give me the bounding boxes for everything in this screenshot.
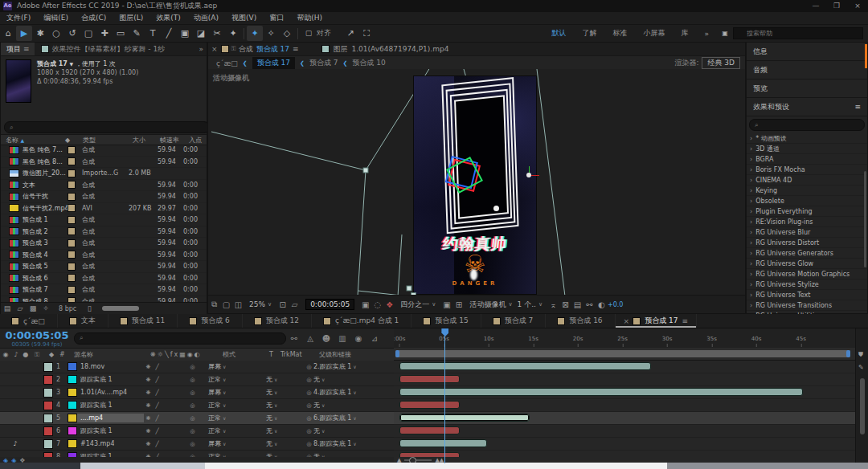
layer-name-cell[interactable]: 跟踪实底 1 xyxy=(68,426,144,435)
tool-icon[interactable]: ▭ xyxy=(113,26,129,41)
align-checkbox[interactable]: ▢ xyxy=(301,26,317,41)
menu-item[interactable]: 窗口 xyxy=(263,13,290,23)
trkmat-dropdown[interactable]: 无∨ xyxy=(266,426,305,435)
item-label-swatch[interactable] xyxy=(68,181,76,189)
tool-icon[interactable]: ○ xyxy=(48,26,64,41)
column-name[interactable]: 名称 ▲ xyxy=(1,136,65,145)
collapse-switch[interactable]: ❋ xyxy=(144,389,153,396)
target-region-icon[interactable]: ▣ xyxy=(440,300,452,309)
quality-switch[interactable]: ╱ xyxy=(153,377,162,383)
playhead[interactable] xyxy=(444,328,445,463)
source-name-column[interactable]: 源名称 xyxy=(74,350,150,359)
tool-icon[interactable]: ▶ xyxy=(16,26,32,41)
item-label-swatch[interactable] xyxy=(68,251,76,259)
layer-row[interactable]: ♪ 2 跟踪实底 1 ❋ ╱ ◎ xyxy=(0,373,394,386)
project-item-row[interactable]: 黑色 纯色 7... 合成 59.94 0:00 xyxy=(1,145,207,157)
tool-icon[interactable]: ✚ xyxy=(96,26,113,41)
layer-row[interactable]: ♪ 5 ....mp4 ❋ ╱ ◎ xyxy=(0,412,394,425)
layer-row[interactable]: ♪ 8 跟踪实底 1 ❋ ╱ ◎ xyxy=(0,451,394,457)
timeline-comp-tab[interactable]: ç´æ□.mp4 合成 1 xyxy=(312,314,411,328)
audio-icon[interactable]: ♪ xyxy=(11,376,19,383)
timeline-search-input[interactable]: ⌕ xyxy=(74,332,286,345)
mirror-viewer-icon[interactable]: ◫ xyxy=(232,300,244,309)
frame-blend-icon[interactable]: ▥ xyxy=(334,334,350,343)
layer-label-swatch[interactable] xyxy=(43,388,53,398)
layer-label-swatch[interactable] xyxy=(43,439,53,449)
new-folder-icon[interactable]: ▱ xyxy=(14,304,27,312)
effects-category-row[interactable]: CINEMA 4D xyxy=(747,175,867,186)
collapse-switch[interactable]: ❋ xyxy=(144,415,153,422)
minimize-button[interactable]: — xyxy=(805,0,826,12)
menu-item[interactable]: 文件(F) xyxy=(0,13,37,23)
quality-switch[interactable]: ╱ xyxy=(153,428,162,434)
pickwhip-icon[interactable]: ◎ xyxy=(305,402,313,409)
layer-label-swatch[interactable] xyxy=(43,362,53,372)
motion-sketch-icon[interactable]: ⛶ xyxy=(358,26,375,41)
puppet-pin-icon[interactable]: ✧ xyxy=(263,26,279,41)
item-label-swatch[interactable] xyxy=(68,263,76,271)
effects-category-row[interactable]: RG Universe Transitions xyxy=(747,300,867,311)
layer-anchor-handle[interactable] xyxy=(493,206,499,211)
audio-icon[interactable]: ♪ xyxy=(11,414,19,422)
breadcrumb-item[interactable]: 预合成 10 xyxy=(352,58,385,68)
3d-switch[interactable]: ◎ xyxy=(188,389,197,396)
comp-marker-icon[interactable]: ✎ xyxy=(858,364,864,371)
project-item-row[interactable]: 微信图片_20... Importe...G 2.0 MB xyxy=(1,168,207,180)
workspace-tab[interactable]: 默认 xyxy=(543,28,574,39)
item-label-swatch[interactable] xyxy=(68,286,76,294)
parent-dropdown[interactable]: 6.跟踪实底 1∨ xyxy=(313,414,370,422)
tab-effect-controls[interactable]: 效果控件【绿幕素材】纱雾舞 - 1纱 xyxy=(51,44,172,55)
tab-close-icon[interactable]: × xyxy=(208,45,221,53)
view-dropdown[interactable]: 活动摄像机 xyxy=(469,300,512,310)
timeline-zoom-slider[interactable] xyxy=(404,459,432,461)
layer-tab-name[interactable]: 1.01(Av64871974,P1).mp4 xyxy=(352,45,449,53)
layer-label-swatch[interactable] xyxy=(43,401,53,410)
pickwhip-icon[interactable]: ◎ xyxy=(305,389,313,396)
quality-switch[interactable]: ╱ xyxy=(153,415,162,422)
workspace-tab[interactable]: 库 xyxy=(673,28,696,39)
parent-dropdown[interactable]: 8.跟踪实底 1∨ xyxy=(313,439,370,448)
adjust-icon[interactable]: ✧ xyxy=(39,304,52,312)
graph-editor-icon[interactable]: ⊿ xyxy=(366,334,383,343)
time-ruler[interactable]: :00s05s10s15s20s25s30s35s40s45s xyxy=(394,328,855,349)
tool-icon[interactable]: ✂ xyxy=(209,26,225,41)
current-timecode[interactable]: 0:00:05:05 xyxy=(0,329,74,341)
project-item-row[interactable]: 预合成 3 合成 59.94 0:00 xyxy=(1,238,207,250)
layer-bar[interactable] xyxy=(399,388,803,396)
effects-category-row[interactable]: RG Universe Generators xyxy=(747,248,867,259)
project-hscrollbar[interactable] xyxy=(102,306,139,311)
view-layout-dropdown[interactable]: 1 个.. xyxy=(518,300,542,310)
viewer-timecode[interactable]: 0:00:05:05 xyxy=(305,299,354,310)
tool-icon[interactable]: ⌂ xyxy=(0,26,16,41)
panel-menu-icon[interactable]: ≡ xyxy=(854,103,861,111)
primary-viewer-icon[interactable]: ▢ xyxy=(220,300,232,309)
workspace-tab[interactable]: 小屏幕 xyxy=(635,28,673,39)
blend-mode-dropdown[interactable]: 正常∨ xyxy=(208,375,255,384)
parent-dropdown[interactable]: 无∨ xyxy=(313,401,370,410)
project-search-input[interactable]: ⌕ xyxy=(4,121,210,133)
layer-name-cell[interactable]: 1.01(Av....mp4 xyxy=(68,388,144,397)
composition-frame[interactable]: 约翰真帅 ☠ DANGER xyxy=(413,75,537,295)
always-preview-icon[interactable]: ⧉ xyxy=(208,300,220,309)
panel-menu-icon[interactable]: ≡ xyxy=(23,45,30,53)
tool-icon[interactable]: ↺ xyxy=(64,26,80,41)
project-item-row[interactable]: 预合成 7 合成 59.94 0:00 xyxy=(1,284,207,296)
layer-row[interactable]: ♪ 7 #143.mp4 ❋ ╱ ◎ xyxy=(0,438,394,451)
item-label-swatch[interactable] xyxy=(68,193,76,201)
expand-icon[interactable]: ↗ xyxy=(342,26,358,41)
layer-label-swatch[interactable] xyxy=(43,414,53,423)
timeline-comp-tab[interactable]: 预合成 12 xyxy=(243,314,312,328)
new-composition-icon[interactable]: ▩ xyxy=(27,304,39,312)
preview-panel-header[interactable]: 预览 xyxy=(747,80,867,98)
collapse-switch[interactable]: ❋ xyxy=(144,402,153,409)
puppet-pin-icon[interactable]: ✦ xyxy=(247,26,263,41)
menu-item[interactable]: 编辑(E) xyxy=(37,13,75,23)
item-label-swatch[interactable] xyxy=(68,239,76,247)
workspace-overflow[interactable]: » xyxy=(696,30,717,38)
audio-icon[interactable]: ♪ xyxy=(11,440,19,447)
collapse-switch[interactable]: ❋ xyxy=(144,377,153,383)
item-label-swatch[interactable] xyxy=(68,157,76,165)
effects-category-row[interactable]: RE:Vision Plug-ins xyxy=(747,217,867,227)
3d-switch[interactable]: ◎ xyxy=(188,441,197,447)
item-label-swatch[interactable] xyxy=(68,227,76,235)
